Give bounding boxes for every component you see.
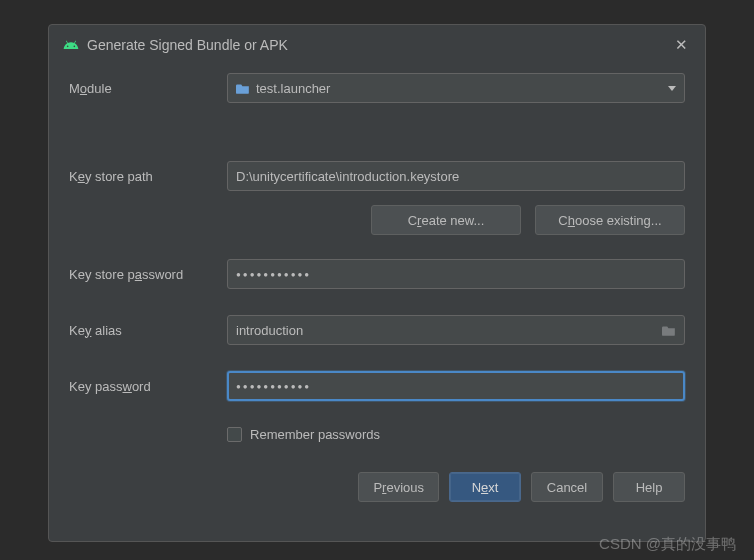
folder-icon — [236, 82, 250, 94]
label-keystore-password: Key store password — [69, 267, 227, 282]
next-button[interactable]: Next — [449, 472, 521, 502]
keystore-path-value: D:\unitycertificate\introduction.keystor… — [236, 169, 459, 184]
remember-label: Remember passwords — [250, 427, 380, 442]
row-keystore-path: Key store path D:\unitycertificate\intro… — [69, 161, 685, 191]
row-key-password: Key password ●●●●●●●●●●● — [69, 371, 685, 401]
remember-checkbox[interactable] — [227, 427, 242, 442]
key-alias-input[interactable]: introduction — [227, 315, 685, 345]
row-key-alias: Key alias introduction — [69, 315, 685, 345]
label-module: Module — [69, 81, 227, 96]
key-password-input[interactable]: ●●●●●●●●●●● — [227, 371, 685, 401]
dialog-title: Generate Signed Bundle or APK — [87, 37, 288, 53]
module-select[interactable]: test.launcher — [227, 73, 685, 103]
titlebar: Generate Signed Bundle or APK ✕ — [49, 25, 705, 69]
previous-button[interactable]: Previous — [358, 472, 439, 502]
row-module: Module test.launcher — [69, 73, 685, 103]
dialog-body: Module test.launcher Key store path D:\u… — [49, 69, 705, 516]
row-remember: Remember passwords — [69, 427, 685, 442]
key-password-value: ●●●●●●●●●●● — [236, 382, 311, 391]
keystore-password-value: ●●●●●●●●●●● — [236, 270, 311, 279]
label-keystore-path: Key store path — [69, 169, 227, 184]
key-alias-value: introduction — [236, 323, 303, 338]
create-new-button[interactable]: Create new... — [371, 205, 521, 235]
android-icon — [63, 37, 79, 53]
keystore-path-input[interactable]: D:\unitycertificate\introduction.keystor… — [227, 161, 685, 191]
help-button[interactable]: Help — [613, 472, 685, 502]
folder-open-icon[interactable] — [662, 324, 676, 336]
module-value: test.launcher — [256, 81, 330, 96]
chevron-down-icon — [668, 86, 676, 91]
keystore-buttons: Create new... Choose existing... — [69, 205, 685, 235]
label-key-password: Key password — [69, 379, 227, 394]
cancel-button[interactable]: Cancel — [531, 472, 603, 502]
dialog: Generate Signed Bundle or APK ✕ Module t… — [48, 24, 706, 542]
close-icon[interactable]: ✕ — [671, 35, 691, 55]
keystore-password-input[interactable]: ●●●●●●●●●●● — [227, 259, 685, 289]
choose-existing-button[interactable]: Choose existing... — [535, 205, 685, 235]
footer-buttons: Previous Next Cancel Help — [69, 472, 685, 502]
label-key-alias: Key alias — [69, 323, 227, 338]
row-keystore-password: Key store password ●●●●●●●●●●● — [69, 259, 685, 289]
